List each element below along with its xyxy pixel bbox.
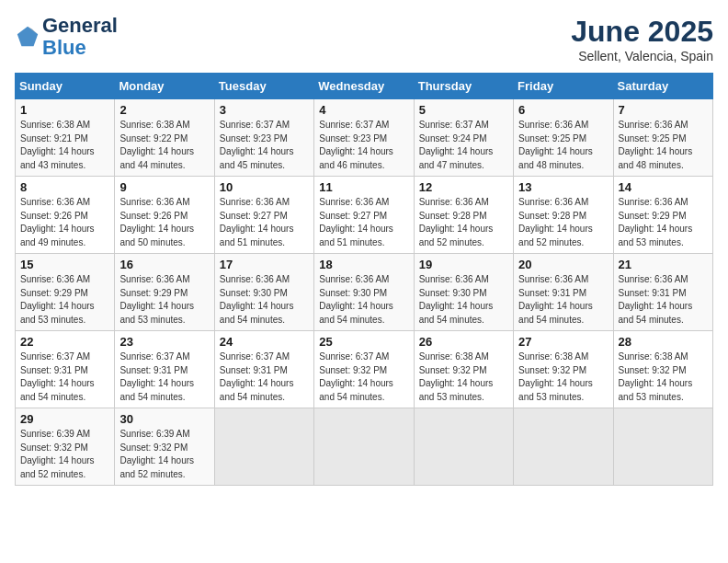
- day-number: 13: [518, 180, 608, 194]
- day-info: Sunrise: 6:36 AMSunset: 9:30 PMDaylight:…: [319, 274, 393, 325]
- day-number: 8: [20, 180, 109, 194]
- day-info: Sunrise: 6:36 AMSunset: 9:31 PMDaylight:…: [518, 274, 593, 325]
- day-number: 23: [119, 335, 209, 349]
- day-info: Sunrise: 6:37 AMSunset: 9:23 PMDaylight:…: [319, 120, 393, 170]
- page-header: General Blue June 2025 Sellent, Valencia…: [15, 15, 713, 63]
- title-area: June 2025 Sellent, Valencia, Spain: [571, 15, 713, 63]
- logo-icon: [15, 24, 40, 50]
- day-number: 3: [220, 103, 309, 117]
- calendar-week-row: 29 Sunrise: 6:39 AMSunset: 9:32 PMDaylig…: [16, 408, 713, 486]
- day-number: 19: [419, 258, 508, 271]
- day-number: 30: [119, 412, 209, 426]
- calendar-day-cell: 15 Sunrise: 6:36 AMSunset: 9:29 PMDaylig…: [16, 254, 115, 331]
- day-info: Sunrise: 6:36 AMSunset: 9:31 PMDaylight:…: [619, 274, 693, 325]
- day-info: Sunrise: 6:36 AMSunset: 9:29 PMDaylight:…: [20, 274, 95, 325]
- logo: General Blue: [15, 15, 118, 59]
- calendar-day-cell: [414, 408, 513, 486]
- day-info: Sunrise: 6:36 AMSunset: 9:29 PMDaylight:…: [619, 197, 693, 247]
- day-number: 15: [20, 258, 109, 271]
- day-info: Sunrise: 6:37 AMSunset: 9:31 PMDaylight:…: [220, 351, 294, 402]
- calendar-header-row: Sunday Monday Tuesday Wednesday Thursday…: [16, 74, 713, 99]
- day-number: 24: [220, 335, 309, 349]
- day-number: 22: [20, 335, 109, 349]
- calendar-day-cell: 9 Sunrise: 6:36 AMSunset: 9:26 PMDayligh…: [115, 177, 214, 254]
- calendar-day-cell: 21 Sunrise: 6:36 AMSunset: 9:31 PMDaylig…: [613, 254, 712, 331]
- day-number: 7: [619, 103, 708, 117]
- day-number: 17: [220, 258, 309, 271]
- calendar-day-cell: 8 Sunrise: 6:36 AMSunset: 9:26 PMDayligh…: [16, 177, 115, 254]
- calendar-day-cell: 24 Sunrise: 6:37 AMSunset: 9:31 PMDaylig…: [214, 331, 313, 408]
- calendar-day-cell: 20 Sunrise: 6:36 AMSunset: 9:31 PMDaylig…: [514, 254, 613, 331]
- day-info: Sunrise: 6:38 AMSunset: 9:32 PMDaylight:…: [619, 351, 693, 402]
- logo-line1: General: [42, 15, 118, 37]
- calendar-day-cell: 22 Sunrise: 6:37 AMSunset: 9:31 PMDaylig…: [16, 331, 115, 408]
- location: Sellent, Valencia, Spain: [571, 49, 713, 63]
- col-friday: Friday: [514, 74, 613, 99]
- day-info: Sunrise: 6:36 AMSunset: 9:27 PMDaylight:…: [319, 197, 393, 247]
- day-info: Sunrise: 6:36 AMSunset: 9:28 PMDaylight:…: [518, 197, 593, 247]
- calendar-day-cell: 12 Sunrise: 6:36 AMSunset: 9:28 PMDaylig…: [414, 177, 513, 254]
- day-number: 9: [119, 180, 209, 194]
- day-info: Sunrise: 6:38 AMSunset: 9:32 PMDaylight:…: [518, 351, 593, 402]
- svg-marker-0: [17, 27, 38, 46]
- calendar-week-row: 1 Sunrise: 6:38 AMSunset: 9:21 PMDayligh…: [16, 99, 713, 177]
- calendar-day-cell: 6 Sunrise: 6:36 AMSunset: 9:25 PMDayligh…: [514, 99, 613, 177]
- calendar-day-cell: 28 Sunrise: 6:38 AMSunset: 9:32 PMDaylig…: [613, 331, 712, 408]
- calendar-day-cell: 18 Sunrise: 6:36 AMSunset: 9:30 PMDaylig…: [314, 254, 414, 331]
- calendar-day-cell: 5 Sunrise: 6:37 AMSunset: 9:24 PMDayligh…: [414, 99, 513, 177]
- calendar-day-cell: 10 Sunrise: 6:36 AMSunset: 9:27 PMDaylig…: [214, 177, 313, 254]
- calendar-day-cell: 3 Sunrise: 6:37 AMSunset: 9:23 PMDayligh…: [214, 99, 313, 177]
- calendar-day-cell: 1 Sunrise: 6:38 AMSunset: 9:21 PMDayligh…: [16, 99, 115, 177]
- day-number: 4: [319, 103, 408, 117]
- day-info: Sunrise: 6:36 AMSunset: 9:30 PMDaylight:…: [419, 274, 494, 325]
- day-info: Sunrise: 6:38 AMSunset: 9:21 PMDaylight:…: [20, 120, 95, 170]
- calendar-day-cell: 16 Sunrise: 6:36 AMSunset: 9:29 PMDaylig…: [115, 254, 214, 331]
- day-number: 25: [319, 335, 408, 349]
- calendar-day-cell: [314, 408, 414, 486]
- day-number: 27: [518, 335, 608, 349]
- day-number: 2: [119, 103, 209, 117]
- day-info: Sunrise: 6:39 AMSunset: 9:32 PMDaylight:…: [20, 429, 95, 479]
- day-info: Sunrise: 6:36 AMSunset: 9:26 PMDaylight:…: [119, 197, 194, 247]
- calendar-week-row: 15 Sunrise: 6:36 AMSunset: 9:29 PMDaylig…: [16, 254, 713, 331]
- day-number: 1: [20, 103, 109, 117]
- col-monday: Monday: [115, 74, 214, 99]
- col-wednesday: Wednesday: [314, 74, 414, 99]
- calendar-week-row: 22 Sunrise: 6:37 AMSunset: 9:31 PMDaylig…: [16, 331, 713, 408]
- calendar-day-cell: 17 Sunrise: 6:36 AMSunset: 9:30 PMDaylig…: [214, 254, 313, 331]
- logo-line2: Blue: [42, 37, 118, 59]
- month-year: June 2025: [571, 15, 713, 49]
- day-number: 6: [518, 103, 608, 117]
- day-info: Sunrise: 6:39 AMSunset: 9:32 PMDaylight:…: [119, 429, 194, 479]
- day-info: Sunrise: 6:36 AMSunset: 9:25 PMDaylight:…: [518, 120, 593, 170]
- day-info: Sunrise: 6:38 AMSunset: 9:32 PMDaylight:…: [419, 351, 494, 402]
- day-number: 12: [419, 180, 508, 194]
- day-info: Sunrise: 6:37 AMSunset: 9:31 PMDaylight:…: [20, 351, 95, 402]
- day-info: Sunrise: 6:37 AMSunset: 9:31 PMDaylight:…: [119, 351, 194, 402]
- col-sunday: Sunday: [16, 74, 115, 99]
- day-number: 28: [619, 335, 708, 349]
- day-number: 11: [319, 180, 408, 194]
- calendar-day-cell: 14 Sunrise: 6:36 AMSunset: 9:29 PMDaylig…: [613, 177, 712, 254]
- day-number: 29: [20, 412, 109, 426]
- calendar-day-cell: 25 Sunrise: 6:37 AMSunset: 9:32 PMDaylig…: [314, 331, 414, 408]
- day-number: 21: [619, 258, 708, 271]
- day-info: Sunrise: 6:36 AMSunset: 9:26 PMDaylight:…: [20, 197, 95, 247]
- day-info: Sunrise: 6:36 AMSunset: 9:28 PMDaylight:…: [419, 197, 494, 247]
- day-info: Sunrise: 6:36 AMSunset: 9:27 PMDaylight:…: [220, 197, 294, 247]
- calendar-day-cell: 26 Sunrise: 6:38 AMSunset: 9:32 PMDaylig…: [414, 331, 513, 408]
- day-info: Sunrise: 6:36 AMSunset: 9:25 PMDaylight:…: [619, 120, 693, 170]
- col-thursday: Thursday: [414, 74, 513, 99]
- day-info: Sunrise: 6:37 AMSunset: 9:24 PMDaylight:…: [419, 120, 494, 170]
- day-info: Sunrise: 6:37 AMSunset: 9:23 PMDaylight:…: [220, 120, 294, 170]
- calendar-day-cell: 11 Sunrise: 6:36 AMSunset: 9:27 PMDaylig…: [314, 177, 414, 254]
- calendar-day-cell: [214, 408, 313, 486]
- col-tuesday: Tuesday: [214, 74, 313, 99]
- day-info: Sunrise: 6:38 AMSunset: 9:22 PMDaylight:…: [119, 120, 194, 170]
- calendar-week-row: 8 Sunrise: 6:36 AMSunset: 9:26 PMDayligh…: [16, 177, 713, 254]
- day-number: 26: [419, 335, 508, 349]
- calendar-day-cell: [514, 408, 613, 486]
- day-number: 5: [419, 103, 508, 117]
- day-info: Sunrise: 6:36 AMSunset: 9:30 PMDaylight:…: [220, 274, 294, 325]
- calendar-day-cell: 23 Sunrise: 6:37 AMSunset: 9:31 PMDaylig…: [115, 331, 214, 408]
